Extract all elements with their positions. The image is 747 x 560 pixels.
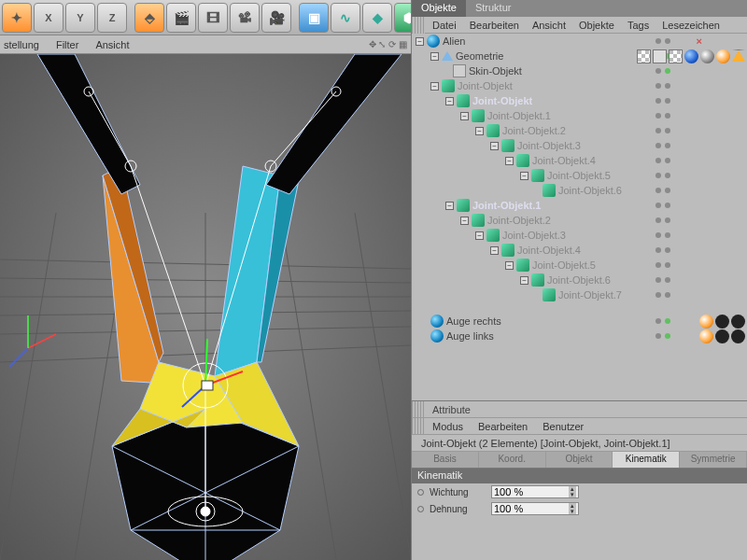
tree-label[interactable]: Joint-Objekt.4: [532, 155, 596, 166]
tree-row[interactable]: −Joint-Objekt.5: [412, 258, 747, 273]
menu-lesezeichen[interactable]: Lesezeichen: [662, 20, 720, 31]
expand-toggle[interactable]: −: [475, 231, 484, 240]
3d-viewport[interactable]: [0, 54, 411, 560]
tree-label[interactable]: Joint-Objekt.1: [487, 110, 551, 121]
delete-icon[interactable]: ×: [697, 35, 702, 47]
tree-label[interactable]: Joint-Objekt.2: [487, 215, 551, 226]
tree-label[interactable]: Joint-Objekt.2: [502, 125, 566, 136]
expand-toggle[interactable]: −: [505, 157, 514, 165]
tree-row[interactable]: −Joint-Objekt.4: [412, 153, 747, 168]
expand-toggle[interactable]: −: [430, 82, 439, 91]
tab-basis[interactable]: Basis: [412, 452, 479, 468]
tree-row-joint-a[interactable]: − Joint-Objekt: [412, 93, 747, 108]
viewport-menu-filter[interactable]: Filter: [56, 39, 78, 50]
axis-z-button[interactable]: Z: [97, 3, 127, 33]
input-wichtung[interactable]: 100 %▴▾: [491, 485, 579, 498]
tree-label[interactable]: Joint-Objekt.3: [502, 230, 566, 241]
menu-tags[interactable]: Tags: [627, 20, 649, 31]
expand-toggle[interactable]: −: [460, 217, 469, 225]
menu-bearbeiten[interactable]: Bearbeiten: [470, 20, 519, 31]
tree-row-joint-b[interactable]: − Joint-Objekt.1: [412, 198, 747, 213]
tree-label[interactable]: Joint-Objekt.5: [547, 170, 611, 181]
tree-row[interactable]: Joint-Objekt.6: [412, 183, 747, 198]
tree-label[interactable]: Joint-Objekt.1: [472, 200, 541, 211]
tree-label[interactable]: Auge rechts: [446, 315, 501, 327]
expand-toggle[interactable]: −: [416, 37, 424, 46]
panel-handle[interactable]: [412, 401, 425, 417]
tab-objekt[interactable]: Objekt: [546, 452, 613, 468]
slate-button[interactable]: 🎞: [198, 3, 228, 33]
reel-button[interactable]: 📽: [230, 3, 260, 33]
tree-label[interactable]: Geometrie: [456, 50, 503, 62]
expand-toggle[interactable]: −: [520, 172, 529, 180]
attr-menu-modus[interactable]: Modus: [432, 421, 463, 432]
input-dehnung[interactable]: 100 %▴▾: [491, 502, 579, 515]
paint-tool-button[interactable]: ✦: [2, 3, 32, 33]
tree-row[interactable]: −Joint-Objekt.1: [412, 108, 747, 123]
attr-menu-benutzer[interactable]: Benutzer: [543, 421, 584, 432]
expand-toggle[interactable]: −: [490, 142, 499, 150]
tree-label[interactable]: Auge links: [446, 330, 494, 342]
tag-strip[interactable]: [637, 49, 745, 63]
tab-symmetrie[interactable]: Symmetrie: [680, 452, 747, 468]
tree-row-skin[interactable]: Skin-Objekt: [412, 63, 747, 78]
tree-label[interactable]: Joint-Objekt: [472, 95, 532, 106]
tab-objekte[interactable]: Objekte: [412, 0, 466, 17]
expand-toggle[interactable]: −: [505, 261, 514, 270]
tree-row-alien[interactable]: − Alien ×: [412, 34, 747, 49]
primitive-cube-button[interactable]: ▣: [299, 3, 329, 33]
tab-struktur[interactable]: Struktur: [466, 0, 521, 17]
menu-datei[interactable]: Datei: [432, 20, 457, 31]
cube-button[interactable]: ⬘: [134, 3, 164, 33]
tree-row-auge-links[interactable]: Auge links: [412, 329, 747, 343]
nurbs-button[interactable]: ◆: [362, 3, 392, 33]
slate2-button[interactable]: 🎥: [261, 3, 291, 33]
tree-row[interactable]: −Joint-Objekt.5: [412, 168, 747, 183]
axis-x-button[interactable]: X: [34, 3, 63, 33]
tree-label[interactable]: Joint-Objekt.4: [517, 245, 581, 256]
expand-toggle[interactable]: −: [430, 52, 439, 61]
tree-label[interactable]: Alien: [443, 35, 465, 47]
tree-row[interactable]: −Joint-Objekt.3: [412, 138, 747, 153]
tree-label[interactable]: Joint-Objekt.6: [547, 274, 611, 286]
menu-ansicht[interactable]: Ansicht: [532, 20, 566, 31]
tree-row[interactable]: −Joint-Objekt.2: [412, 123, 747, 138]
spinner-icon[interactable]: ▴▾: [569, 503, 576, 514]
tree-label[interactable]: Joint-Objekt: [458, 80, 513, 91]
expand-toggle[interactable]: −: [445, 202, 454, 210]
tree-label[interactable]: Skin-Objekt: [469, 65, 522, 77]
tree-row[interactable]: −Joint-Objekt.3: [412, 228, 747, 243]
tree-label[interactable]: Joint-Objekt.7: [558, 289, 622, 301]
tree-row[interactable]: −Joint-Objekt.2: [412, 213, 747, 228]
tree-row-joint-root[interactable]: − Joint-Objekt: [412, 78, 747, 93]
axis-y-button[interactable]: Y: [65, 3, 95, 33]
attr-menu-bearbeiten[interactable]: Bearbeiten: [478, 421, 528, 432]
keyframe-icon[interactable]: [417, 489, 424, 496]
expand-toggle[interactable]: −: [475, 127, 484, 135]
spinner-icon[interactable]: ▴▾: [569, 486, 576, 497]
tree-row-geometrie[interactable]: − Geometrie: [412, 49, 747, 63]
tree-row[interactable]: Joint-Objekt.7: [412, 287, 747, 302]
viewport-nav-icons[interactable]: ✥ ⤡ ⟳ ▦: [369, 39, 407, 49]
object-tree[interactable]: − Alien × − Geometrie Skin-Objekt − Join…: [412, 34, 747, 401]
viewport-menu-ansicht[interactable]: Ansicht: [95, 39, 129, 50]
clapper-button[interactable]: 🎬: [166, 3, 196, 33]
menu-objekte[interactable]: Objekte: [579, 20, 614, 31]
tree-row[interactable]: −Joint-Objekt.6: [412, 273, 747, 287]
expand-toggle[interactable]: −: [490, 246, 499, 255]
keyframe-icon[interactable]: [417, 506, 424, 512]
tree-row[interactable]: −Joint-Objekt.4: [412, 243, 747, 258]
tree-row-auge-rechts[interactable]: Auge rechts: [412, 314, 747, 329]
spline-button[interactable]: ∿: [331, 3, 360, 33]
expand-toggle[interactable]: −: [460, 112, 469, 120]
tab-kinematik[interactable]: Kinematik: [613, 452, 680, 468]
tab-koord[interactable]: Koord.: [479, 452, 546, 468]
tree-label[interactable]: Joint-Objekt.5: [532, 259, 596, 271]
tree-label[interactable]: Joint-Objekt.3: [517, 140, 581, 151]
viewport-menu-stellung[interactable]: stellung: [4, 39, 39, 50]
expand-toggle[interactable]: −: [445, 97, 454, 105]
panel-handle[interactable]: [412, 418, 425, 434]
tree-label[interactable]: Joint-Objekt.6: [558, 185, 622, 196]
expand-toggle[interactable]: −: [520, 276, 529, 285]
panel-handle[interactable]: [412, 17, 425, 34]
